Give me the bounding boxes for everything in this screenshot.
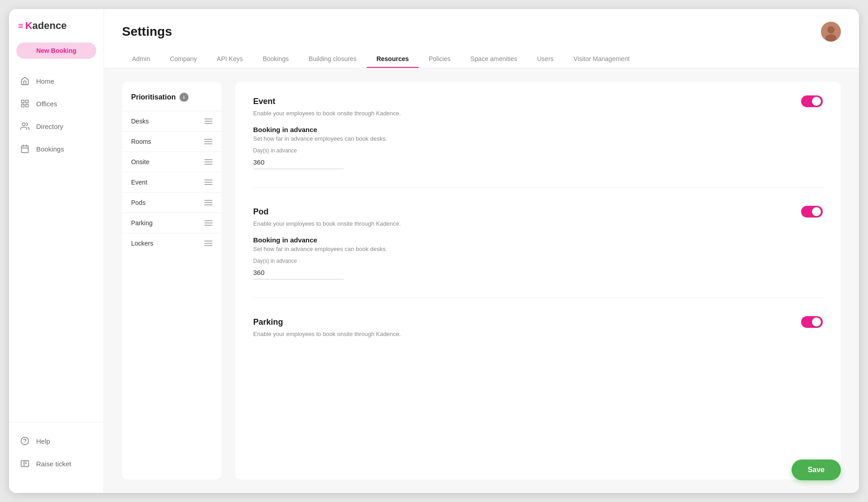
event-days-label: Day(s) in advance: [253, 147, 344, 154]
svg-point-16: [827, 26, 835, 33]
svg-rect-0: [22, 100, 24, 103]
sidebar-item-raise-ticket[interactable]: Raise ticket: [9, 452, 104, 475]
pod-name: Pod: [253, 207, 269, 217]
save-button[interactable]: Save: [792, 459, 841, 480]
parking-description: Enable your employees to book onsite thr…: [253, 331, 823, 337]
logo-prefix: K: [25, 20, 33, 31]
prioritisation-title: Prioritisation: [131, 93, 176, 101]
sidebar-item-home[interactable]: Home: [9, 70, 104, 92]
settings-panel: Event Enable your employees to book onsi…: [235, 82, 841, 479]
prioritisation-info-icon[interactable]: i: [179, 93, 189, 102]
priority-item-rooms[interactable]: Rooms: [122, 131, 222, 152]
priority-item-desks[interactable]: Desks: [122, 111, 222, 131]
parking-name: Parking: [253, 317, 283, 327]
pod-booking-advance: Booking in advance Set how far in advanc…: [253, 236, 823, 279]
event-toggle[interactable]: [801, 95, 823, 107]
priority-item-parking[interactable]: Parking: [122, 213, 222, 233]
drag-handle-event[interactable]: [204, 180, 212, 185]
logo-suffix: adence: [33, 20, 67, 31]
drag-handle-parking[interactable]: [204, 220, 212, 226]
sidebar-item-offices-label: Offices: [36, 100, 57, 108]
priority-item-lockers[interactable]: Lockers: [122, 233, 222, 253]
tab-space-amenities[interactable]: Space amenities: [460, 51, 527, 68]
offices-icon: [20, 99, 30, 109]
priority-item-event[interactable]: Event: [122, 172, 222, 192]
sidebar-bottom: Help Raise ticket: [9, 422, 104, 482]
priority-pods-label: Pods: [131, 199, 146, 206]
priority-event-label: Event: [131, 179, 147, 186]
main-content: Settings Admin Company API Keys Bookings…: [104, 9, 859, 493]
svg-rect-1: [26, 100, 28, 103]
help-icon: [20, 436, 30, 446]
sidebar-item-bookings-label: Bookings: [36, 145, 64, 153]
drag-handle-pods[interactable]: [204, 200, 212, 205]
event-booking-advance-desc: Set how far in advance employees can boo…: [253, 135, 823, 142]
header-top: Settings: [122, 22, 841, 42]
pod-days-input[interactable]: [253, 266, 344, 279]
sidebar-item-directory[interactable]: Directory: [9, 115, 104, 137]
pod-toggle[interactable]: [801, 206, 823, 218]
event-header: Event: [253, 95, 823, 107]
event-booking-advance: Booking in advance Set how far in advanc…: [253, 126, 823, 169]
tab-company[interactable]: Company: [160, 51, 207, 68]
event-name: Event: [253, 97, 275, 106]
drag-handle-lockers[interactable]: [204, 241, 212, 246]
bookings-icon: [20, 144, 30, 154]
priority-item-onsite[interactable]: Onsite: [122, 152, 222, 172]
content-area: Prioritisation i Desks Rooms Onsite: [104, 68, 859, 493]
pod-header: Pod: [253, 206, 823, 218]
priority-onsite-label: Onsite: [131, 158, 149, 166]
svg-rect-3: [26, 104, 28, 107]
resource-section-pod: Pod Enable your employees to book onsite…: [253, 187, 823, 279]
logo-icon: ≡: [18, 21, 24, 31]
prioritisation-panel: Prioritisation i Desks Rooms Onsite: [122, 82, 222, 479]
pod-days-input-group: Day(s) in advance: [253, 258, 344, 279]
tab-building-closures[interactable]: Building closures: [299, 51, 367, 68]
sidebar-item-home-label: Home: [36, 77, 54, 85]
resource-section-event: Event Enable your employees to book onsi…: [253, 95, 823, 169]
sidebar-item-offices[interactable]: Offices: [9, 92, 104, 115]
event-description: Enable your employees to book onsite thr…: [253, 110, 823, 117]
page-title: Settings: [122, 24, 172, 39]
sidebar-nav: Home Offices: [9, 70, 104, 422]
header: Settings Admin Company API Keys Bookings…: [104, 9, 859, 68]
tab-api-keys[interactable]: API Keys: [207, 51, 253, 68]
drag-handle-desks[interactable]: [204, 118, 212, 124]
event-days-input[interactable]: [253, 156, 344, 169]
ticket-icon: [20, 459, 30, 469]
tab-visitor-management[interactable]: Visitor Management: [564, 51, 640, 68]
tab-policies[interactable]: Policies: [419, 51, 460, 68]
pod-description: Enable your employees to book onsite thr…: [253, 220, 823, 227]
sidebar-item-help[interactable]: Help: [9, 430, 104, 452]
svg-point-4: [22, 123, 25, 126]
tab-bookings[interactable]: Bookings: [253, 51, 299, 68]
priority-lockers-label: Lockers: [131, 240, 153, 247]
svg-rect-2: [22, 104, 24, 107]
user-avatar[interactable]: [821, 22, 841, 42]
parking-header: Parking: [253, 316, 823, 328]
pod-days-label: Day(s) in advance: [253, 258, 344, 264]
event-booking-advance-title: Booking in advance: [253, 126, 823, 133]
tab-users[interactable]: Users: [527, 51, 564, 68]
drag-handle-rooms[interactable]: [204, 139, 212, 144]
logo-area: ≡ Kadence: [9, 20, 104, 43]
sidebar: ≡ Kadence New Booking Home: [9, 9, 104, 493]
directory-icon: [20, 121, 30, 131]
priority-parking-label: Parking: [131, 219, 152, 227]
drag-handle-onsite[interactable]: [204, 159, 212, 165]
pod-booking-advance-desc: Set how far in advance employees can boo…: [253, 246, 823, 252]
sidebar-item-raise-ticket-label: Raise ticket: [36, 460, 71, 468]
sidebar-item-directory-label: Directory: [36, 123, 63, 130]
new-booking-button[interactable]: New Booking: [16, 43, 96, 59]
tab-resources[interactable]: Resources: [367, 51, 419, 68]
sidebar-item-bookings[interactable]: Bookings: [9, 137, 104, 160]
svg-point-17: [826, 34, 836, 42]
tab-admin[interactable]: Admin: [122, 51, 160, 68]
prioritisation-header: Prioritisation i: [122, 93, 222, 111]
resource-section-parking: Parking Enable your employees to book on…: [253, 298, 823, 337]
home-icon: [20, 76, 30, 86]
priority-desks-label: Desks: [131, 118, 149, 125]
svg-rect-5: [22, 146, 28, 152]
priority-item-pods[interactable]: Pods: [122, 192, 222, 213]
parking-toggle[interactable]: [801, 316, 823, 328]
